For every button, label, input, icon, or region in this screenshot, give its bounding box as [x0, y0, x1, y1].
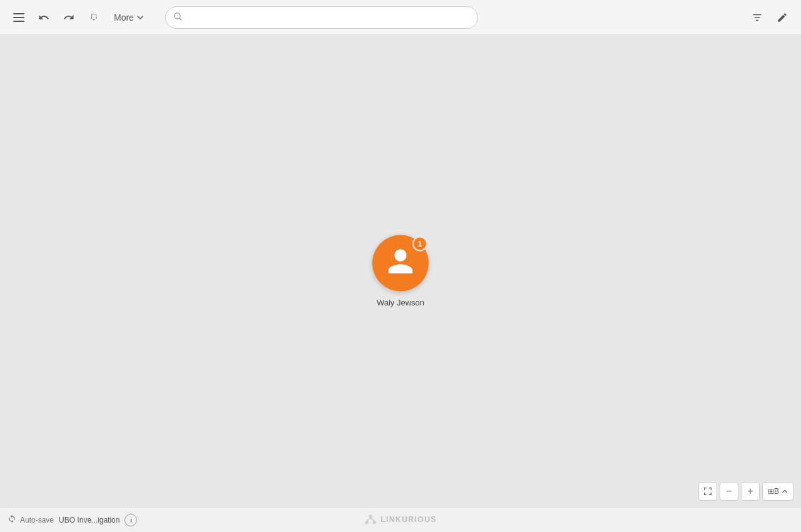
pin-tool-button[interactable] [83, 6, 105, 29]
zoom-controls: − + ⊞B [698, 482, 793, 501]
svg-rect-1 [13, 17, 24, 18]
linkurious-logo: LINKURIOUS [364, 507, 437, 532]
svg-point-5 [365, 521, 368, 524]
redo-icon [63, 12, 74, 23]
undo-button[interactable] [33, 6, 55, 29]
edit-button[interactable] [771, 6, 793, 29]
filter-button[interactable] [746, 6, 768, 29]
edit-icon [777, 12, 788, 23]
chevron-up-icon [782, 488, 788, 494]
chevron-down-icon [136, 14, 144, 21]
linkurious-logo-icon [364, 513, 377, 526]
filter-icon [752, 12, 763, 23]
autosave-area: Auto-save [8, 514, 54, 525]
fit-screen-icon [703, 486, 713, 496]
svg-line-7 [367, 518, 370, 521]
redo-button[interactable] [58, 6, 80, 29]
node-badge: 1 [412, 237, 427, 252]
svg-point-4 [369, 515, 372, 518]
node-circle[interactable]: 1 [372, 235, 429, 292]
svg-rect-0 [13, 13, 24, 14]
svg-point-6 [372, 521, 375, 524]
node-label: Waly Jewson [377, 298, 424, 307]
layout-button[interactable]: ⊞B [762, 482, 793, 501]
info-button[interactable]: i [125, 514, 137, 526]
autosave-label: Auto-save [20, 516, 54, 524]
investigation-label: UBO Inve...igation [59, 516, 120, 524]
node-container: 1 Waly Jewson [372, 235, 429, 307]
fit-screen-button[interactable] [698, 482, 717, 501]
svg-line-8 [370, 518, 374, 521]
person-icon [385, 246, 416, 280]
more-label: More [114, 13, 134, 23]
svg-rect-2 [13, 21, 24, 22]
toolbar-right [746, 6, 793, 29]
menu-icon [13, 13, 24, 22]
zoom-out-button[interactable]: − [720, 482, 738, 501]
canvas[interactable]: 1 Waly Jewson [0, 35, 801, 507]
autosave-icon [8, 514, 16, 525]
toolbar: More [0, 0, 801, 35]
search-input[interactable] [165, 6, 478, 29]
linkurious-text: LINKURIOUS [380, 515, 437, 524]
pin-icon [88, 12, 99, 23]
menu-button[interactable] [8, 6, 30, 29]
zoom-in-button[interactable]: + [741, 482, 760, 501]
bottom-bar: Auto-save UBO Inve...igation i LINKURIOU… [0, 507, 801, 532]
undo-icon [38, 12, 49, 23]
search-container [165, 6, 478, 29]
more-button[interactable]: More [108, 6, 150, 29]
